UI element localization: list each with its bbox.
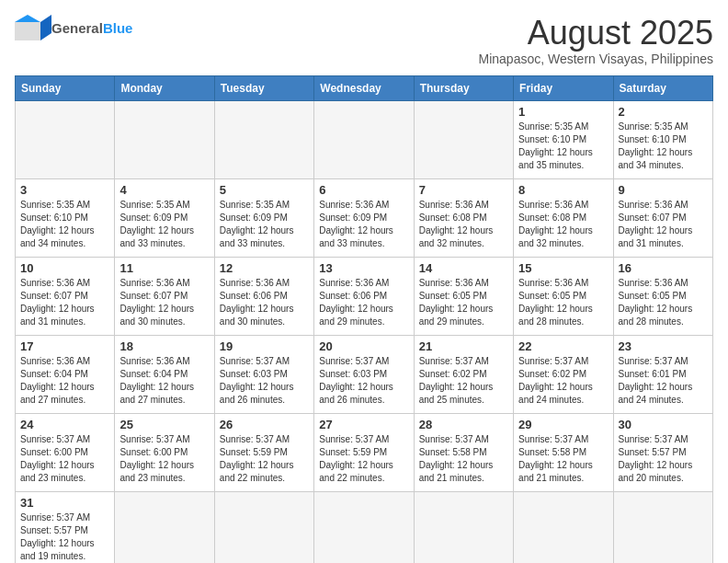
day-info: Sunrise: 5:37 AM Sunset: 5:57 PM Dayligh… — [619, 433, 708, 485]
day-number: 20 — [319, 339, 408, 353]
day-number: 24 — [20, 418, 109, 431]
day-info: Sunrise: 5:37 AM Sunset: 6:03 PM Dayligh… — [220, 355, 309, 407]
cell-0-6: 2Sunrise: 5:35 AM Sunset: 6:10 PM Daylig… — [613, 100, 712, 178]
day-info: Sunrise: 5:36 AM Sunset: 6:04 PM Dayligh… — [20, 355, 109, 407]
day-info: Sunrise: 5:37 AM Sunset: 6:02 PM Dayligh… — [419, 355, 508, 407]
cell-1-3: 6Sunrise: 5:36 AM Sunset: 6:09 PM Daylig… — [314, 178, 414, 257]
week-row-5: 31Sunrise: 5:37 AM Sunset: 5:57 PM Dayli… — [16, 491, 713, 563]
cell-1-2: 5Sunrise: 5:35 AM Sunset: 6:09 PM Daylig… — [214, 178, 313, 257]
cell-3-0: 17Sunrise: 5:36 AM Sunset: 6:04 PM Dayli… — [16, 335, 115, 413]
cell-0-5: 1Sunrise: 5:35 AM Sunset: 6:10 PM Daylig… — [514, 100, 613, 178]
calendar-title: August 2025 — [479, 15, 714, 52]
cell-2-0: 10Sunrise: 5:36 AM Sunset: 6:07 PM Dayli… — [16, 257, 115, 335]
day-number: 25 — [119, 418, 209, 431]
day-info: Sunrise: 5:35 AM Sunset: 6:10 PM Dayligh… — [518, 121, 608, 172]
day-info: Sunrise: 5:36 AM Sunset: 6:05 PM Dayligh… — [619, 277, 708, 328]
header-saturday: Saturday — [613, 75, 712, 100]
cell-1-4: 7Sunrise: 5:36 AM Sunset: 6:08 PM Daylig… — [414, 178, 513, 257]
day-number: 11 — [119, 261, 209, 275]
day-info: Sunrise: 5:36 AM Sunset: 6:08 PM Dayligh… — [419, 199, 508, 250]
cell-0-3 — [314, 100, 414, 178]
cell-4-1: 25Sunrise: 5:37 AM Sunset: 6:00 PM Dayli… — [115, 413, 214, 491]
day-info: Sunrise: 5:37 AM Sunset: 6:03 PM Dayligh… — [319, 355, 408, 407]
header: GeneralBlue August 2025 Minapasoc, Weste… — [15, 15, 713, 66]
day-info: Sunrise: 5:37 AM Sunset: 5:58 PM Dayligh… — [419, 433, 508, 485]
day-info: Sunrise: 5:35 AM Sunset: 6:10 PM Dayligh… — [20, 199, 109, 250]
cell-3-4: 21Sunrise: 5:37 AM Sunset: 6:02 PM Dayli… — [414, 335, 513, 413]
logo: GeneralBlue — [15, 15, 132, 40]
day-number: 27 — [319, 418, 408, 431]
cell-4-5: 29Sunrise: 5:37 AM Sunset: 5:58 PM Dayli… — [514, 413, 613, 491]
day-info: Sunrise: 5:35 AM Sunset: 6:09 PM Dayligh… — [220, 199, 309, 250]
cell-1-5: 8Sunrise: 5:36 AM Sunset: 6:08 PM Daylig… — [514, 178, 613, 257]
cell-1-6: 9Sunrise: 5:36 AM Sunset: 6:07 PM Daylig… — [613, 178, 712, 257]
day-info: Sunrise: 5:36 AM Sunset: 6:09 PM Dayligh… — [319, 199, 408, 250]
svg-marker-2 — [15, 15, 40, 22]
day-number: 21 — [419, 339, 508, 353]
week-row-1: 3Sunrise: 5:35 AM Sunset: 6:10 PM Daylig… — [16, 178, 713, 257]
day-number: 19 — [220, 339, 309, 353]
day-number: 14 — [419, 261, 508, 275]
cell-5-2 — [214, 491, 313, 563]
day-number: 31 — [20, 496, 109, 510]
cell-0-0 — [16, 100, 115, 178]
cell-2-4: 14Sunrise: 5:36 AM Sunset: 6:05 PM Dayli… — [414, 257, 513, 335]
cell-1-1: 4Sunrise: 5:35 AM Sunset: 6:09 PM Daylig… — [115, 178, 214, 257]
header-thursday: Thursday — [414, 75, 513, 100]
cell-4-2: 26Sunrise: 5:37 AM Sunset: 5:59 PM Dayli… — [214, 413, 313, 491]
day-number: 29 — [518, 418, 608, 431]
day-info: Sunrise: 5:37 AM Sunset: 5:59 PM Dayligh… — [220, 433, 309, 485]
day-info: Sunrise: 5:36 AM Sunset: 6:07 PM Dayligh… — [20, 277, 109, 328]
svg-rect-1 — [15, 22, 40, 40]
day-info: Sunrise: 5:36 AM Sunset: 6:05 PM Dayligh… — [518, 277, 608, 328]
day-number: 28 — [419, 418, 508, 431]
cell-5-3 — [314, 491, 414, 563]
day-info: Sunrise: 5:37 AM Sunset: 6:02 PM Dayligh… — [518, 355, 608, 407]
day-number: 30 — [619, 418, 708, 431]
cell-5-4 — [414, 491, 513, 563]
cell-0-2 — [214, 100, 313, 178]
cell-3-1: 18Sunrise: 5:36 AM Sunset: 6:04 PM Dayli… — [115, 335, 214, 413]
calendar-subtitle: Minapasoc, Western Visayas, Philippines — [479, 52, 714, 66]
cell-3-3: 20Sunrise: 5:37 AM Sunset: 6:03 PM Dayli… — [314, 335, 414, 413]
cell-4-6: 30Sunrise: 5:37 AM Sunset: 5:57 PM Dayli… — [613, 413, 712, 491]
cell-2-1: 11Sunrise: 5:36 AM Sunset: 6:07 PM Dayli… — [115, 257, 214, 335]
day-number: 2 — [619, 105, 708, 119]
day-info: Sunrise: 5:36 AM Sunset: 6:06 PM Dayligh… — [319, 277, 408, 328]
calendar-table: Sunday Monday Tuesday Wednesday Thursday… — [15, 75, 713, 563]
header-sunday: Sunday — [16, 75, 115, 100]
day-info: Sunrise: 5:36 AM Sunset: 6:08 PM Dayligh… — [518, 199, 608, 250]
day-info: Sunrise: 5:37 AM Sunset: 5:57 PM Dayligh… — [20, 511, 109, 563]
week-row-4: 24Sunrise: 5:37 AM Sunset: 6:00 PM Dayli… — [16, 413, 713, 491]
day-info: Sunrise: 5:37 AM Sunset: 6:00 PM Dayligh… — [20, 433, 109, 485]
day-number: 7 — [419, 183, 508, 197]
cell-4-3: 27Sunrise: 5:37 AM Sunset: 5:59 PM Dayli… — [314, 413, 414, 491]
cell-4-4: 28Sunrise: 5:37 AM Sunset: 5:58 PM Dayli… — [414, 413, 513, 491]
cell-4-0: 24Sunrise: 5:37 AM Sunset: 6:00 PM Dayli… — [16, 413, 115, 491]
cell-1-0: 3Sunrise: 5:35 AM Sunset: 6:10 PM Daylig… — [16, 178, 115, 257]
cell-3-2: 19Sunrise: 5:37 AM Sunset: 6:03 PM Dayli… — [214, 335, 313, 413]
day-number: 18 — [119, 339, 209, 353]
day-number: 1 — [518, 105, 608, 119]
day-number: 3 — [20, 183, 109, 197]
day-info: Sunrise: 5:37 AM Sunset: 6:00 PM Dayligh… — [119, 433, 209, 485]
svg-marker-3 — [40, 15, 51, 40]
cell-2-6: 16Sunrise: 5:36 AM Sunset: 6:05 PM Dayli… — [613, 257, 712, 335]
cell-3-6: 23Sunrise: 5:37 AM Sunset: 6:01 PM Dayli… — [613, 335, 712, 413]
day-number: 9 — [619, 183, 708, 197]
title-area: August 2025 Minapasoc, Western Visayas, … — [479, 15, 714, 66]
header-tuesday: Tuesday — [214, 75, 313, 100]
day-info: Sunrise: 5:37 AM Sunset: 5:58 PM Dayligh… — [518, 433, 608, 485]
day-info: Sunrise: 5:36 AM Sunset: 6:05 PM Dayligh… — [419, 277, 508, 328]
day-number: 10 — [20, 261, 109, 275]
day-number: 17 — [20, 339, 109, 353]
header-friday: Friday — [514, 75, 613, 100]
week-row-0: 1Sunrise: 5:35 AM Sunset: 6:10 PM Daylig… — [16, 100, 713, 178]
logo-icon — [15, 15, 48, 40]
day-number: 15 — [518, 261, 608, 275]
day-number: 6 — [319, 183, 408, 197]
day-info: Sunrise: 5:36 AM Sunset: 6:07 PM Dayligh… — [619, 199, 708, 250]
day-info: Sunrise: 5:36 AM Sunset: 6:06 PM Dayligh… — [220, 277, 309, 328]
day-number: 16 — [619, 261, 708, 275]
day-number: 13 — [319, 261, 408, 275]
